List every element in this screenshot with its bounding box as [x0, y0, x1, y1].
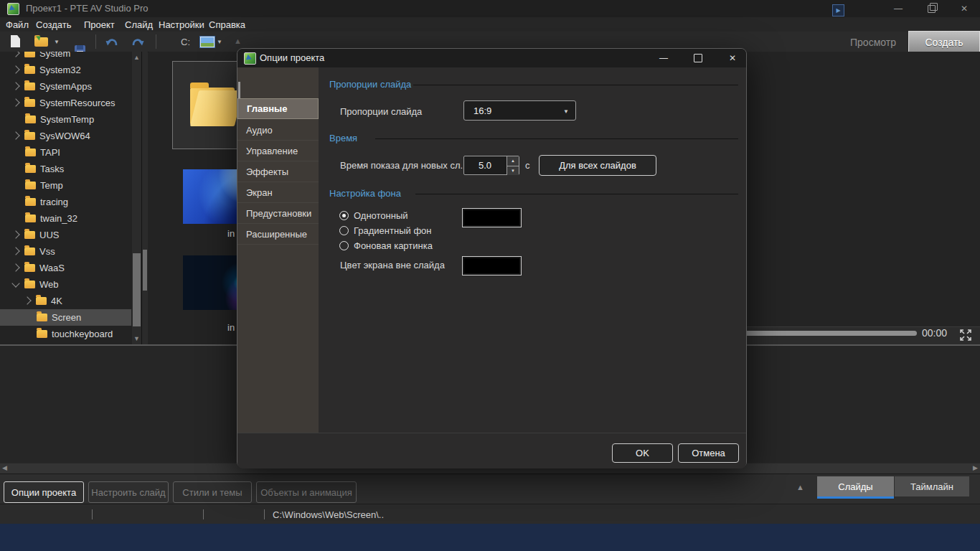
project-options-button[interactable]: Опции проекта [4, 481, 84, 503]
apply-all-slides-button[interactable]: Для всех слайдов [539, 155, 656, 176]
status-bar: C:\Windows\Web\Screen\.. [0, 504, 980, 524]
radio-gradient[interactable] [339, 226, 349, 235]
dialog-close-button[interactable]: ✕ [721, 49, 744, 67]
drive-label[interactable]: C: [181, 37, 190, 47]
tree-row[interactable]: Web [0, 276, 131, 293]
tree-row[interactable]: UUS [0, 227, 131, 243]
cancel-button[interactable]: Отмена [678, 443, 739, 463]
tab-control[interactable]: Управление [237, 141, 319, 161]
tab-slides[interactable]: Слайды [817, 476, 894, 496]
taskbar: vm ENG 18:16 09.04.2024 [0, 524, 980, 551]
outside-color-label: Цвет экрана вне слайда [340, 260, 445, 270]
dropdown-caret-icon: ▼ [563, 108, 569, 115]
radio-solid-color[interactable] [339, 211, 349, 220]
restore-button[interactable] [917, 0, 946, 17]
menu-slide[interactable]: Слайд [125, 19, 153, 31]
open-dropdown-caret-icon[interactable]: ▼ [54, 39, 60, 45]
menu-settings[interactable]: Настройки [159, 19, 204, 31]
undo-icon[interactable] [105, 36, 119, 48]
slide-duration-spinner[interactable]: 5.0 ▲ ▼ [463, 156, 519, 175]
objects-animation-button: Объекты и анимация [256, 481, 357, 503]
ok-button[interactable]: OK [612, 443, 673, 463]
tree-scrollbar-thumb[interactable] [133, 253, 141, 326]
tree-row-selected[interactable]: Screen [0, 309, 131, 326]
dialog-app-icon [244, 52, 256, 65]
tab-timeline[interactable]: Таймлайн [895, 476, 969, 496]
redo-icon[interactable] [131, 36, 145, 48]
tree-row[interactable]: WaaS [0, 260, 131, 276]
section-line [415, 194, 738, 194]
tree-scrollbar[interactable]: ▲ ▼ [132, 52, 141, 344]
spinner-up-icon[interactable]: ▲ [507, 156, 519, 166]
restore-icon [928, 5, 936, 13]
preview-scrubber[interactable] [717, 331, 917, 336]
scroll-down-icon[interactable]: ▼ [132, 335, 141, 342]
tab-presets[interactable]: Предустановки [237, 203, 319, 224]
tab-audio[interactable]: Аудио [237, 120, 319, 141]
new-project-icon[interactable] [11, 35, 20, 47]
status-separator [203, 509, 204, 519]
section-line [413, 85, 738, 85]
preview-button: Просмотр [850, 37, 896, 48]
tree-row[interactable]: SystemResources [0, 95, 131, 111]
image-dropdown-caret-icon[interactable]: ▼ [217, 39, 222, 45]
menu-create[interactable]: Создать [36, 19, 71, 31]
minimize-button[interactable]: — [884, 0, 913, 17]
image-thumbnail[interactable] [183, 169, 244, 224]
tree-row[interactable]: Temp [0, 177, 131, 194]
scroll-left-icon[interactable]: ◀ [2, 464, 7, 471]
menu-file[interactable]: Файл [6, 19, 29, 31]
slide-duration-value: 5.0 [464, 160, 506, 171]
tree-row[interactable]: Tasks [0, 161, 131, 177]
tree-row[interactable]: twain_32 [0, 210, 131, 227]
dialog-titlebar[interactable]: Опции проекта — ✕ [237, 49, 746, 67]
tab-main[interactable]: Главные [237, 98, 319, 119]
scroll-up-icon[interactable]: ▲ [132, 54, 141, 61]
image-preview-icon[interactable] [200, 37, 215, 47]
fullscreen-icon[interactable] [958, 328, 973, 342]
tree-row[interactable]: System [0, 52, 131, 62]
dialog-maximize-button[interactable] [687, 49, 710, 67]
create-button[interactable]: Создать [908, 31, 980, 53]
dialog-minimize-button[interactable]: — [652, 49, 675, 67]
menubar: Файл Создать Проект Слайд Настройки Спра… [0, 17, 980, 32]
tree-row[interactable]: SysWOW64 [0, 128, 131, 144]
tab-advanced[interactable]: Расширенные [237, 224, 319, 245]
scroll-right-icon[interactable]: ▶ [973, 464, 978, 471]
collapse-panel-icon[interactable]: ▲ [796, 483, 804, 491]
outside-color-swatch[interactable] [462, 256, 522, 276]
file-name: in [227, 228, 235, 239]
radio-background-image[interactable] [339, 241, 349, 250]
files-scrollbar-thumb[interactable] [143, 250, 147, 291]
close-button[interactable]: ✕ [950, 0, 979, 17]
tab-effects[interactable]: Эффекты [237, 161, 319, 182]
tree-row[interactable]: SystemApps [0, 78, 131, 95]
preview-play-icon: ▶ [832, 4, 844, 17]
parent-folder-tile[interactable] [172, 61, 244, 149]
spinner-down-icon[interactable]: ▼ [507, 166, 519, 176]
gradient-label: Градиентный фон [354, 225, 431, 236]
screen: Проект1 - PTE AV Studio Pro — ✕ Файл Соз… [0, 0, 980, 551]
slide-duration-label: Время показа для новых сл... [340, 160, 468, 171]
tree-row[interactable]: 4K [0, 293, 131, 309]
tab-screen[interactable]: Экран [237, 182, 319, 203]
open-project-icon[interactable] [34, 37, 48, 47]
dialog-footer: OK Отмена [237, 433, 746, 468]
image-thumbnail[interactable] [183, 255, 244, 310]
files-scrollbar[interactable] [142, 52, 148, 344]
setup-slide-button: Настроить слайд [88, 481, 169, 503]
tree-row[interactable]: System32 [0, 62, 131, 78]
file-name: in [227, 322, 235, 333]
tree-row[interactable]: TAPI [0, 144, 131, 161]
toolbar-separator [156, 34, 156, 49]
proportions-dropdown[interactable]: 16:9 ▼ [463, 100, 576, 121]
tree-row[interactable]: Vss [0, 243, 131, 260]
tree-row[interactable]: touchkeyboard [0, 326, 131, 342]
section-time-header: Время [329, 133, 357, 143]
tree-row[interactable]: tracing [0, 194, 131, 210]
tree-row[interactable]: SystemTemp [0, 111, 131, 128]
menu-project[interactable]: Проект [84, 19, 115, 31]
project-options-dialog: Опции проекта — ✕ Главные Аудио Управлен… [237, 48, 747, 468]
solid-color-swatch[interactable] [462, 208, 522, 227]
menu-help[interactable]: Справка [209, 19, 245, 31]
